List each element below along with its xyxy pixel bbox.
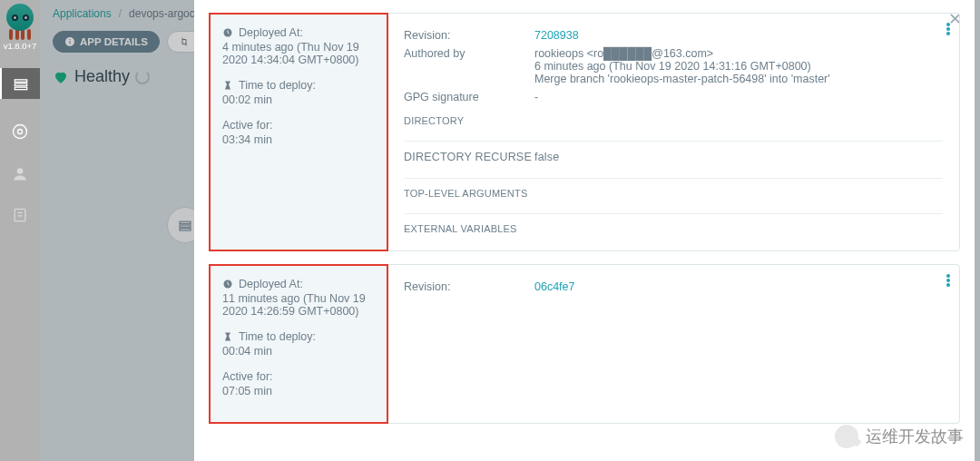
- deployed-at-label: Deployed At:: [239, 26, 303, 39]
- external-variables-section: EXTERNAL VARIABLES: [404, 213, 943, 243]
- svg-rect-2: [15, 87, 26, 90]
- nav-docs-icon[interactable]: [11, 206, 29, 224]
- nav-applications-icon[interactable]: [0, 68, 40, 99]
- time-to-deploy-label: Time to deploy:: [239, 330, 316, 343]
- dir-recurse-value: false: [534, 151, 559, 163]
- card-body: Revision: 06c4fe7: [387, 265, 959, 423]
- breadcrumb-root[interactable]: Applications: [53, 7, 112, 20]
- card-body: Revision: 7208938 Authored by rookieops …: [387, 14, 959, 250]
- svg-rect-1: [15, 83, 26, 86]
- health-label: Healthy: [74, 67, 130, 86]
- deployment-card: Deployed At: 4 minutes ago (Thu Nov 19 2…: [209, 13, 960, 251]
- time-to-deploy-label: Time to deploy:: [239, 79, 316, 92]
- author-line: rookieops <ro██████@163.com>: [534, 47, 830, 60]
- heart-icon: [53, 69, 69, 85]
- deployment-card: Deployed At: 11 minutes ago (Thu Nov 19 …: [209, 264, 960, 424]
- svg-rect-13: [180, 225, 191, 227]
- directory-recurse-section: DIRECTORY RECURSE false: [404, 141, 943, 172]
- svg-rect-10: [70, 41, 71, 44]
- svg-rect-12: [180, 221, 191, 223]
- card-sidebar: Deployed At: 4 minutes ago (Thu Nov 19 2…: [210, 14, 387, 250]
- active-for-value: 07:05 min: [222, 385, 374, 397]
- watermark: 运维开发故事: [835, 425, 964, 448]
- refresh-icon[interactable]: [135, 70, 150, 84]
- revision-link[interactable]: 7208938: [534, 29, 579, 42]
- svg-rect-0: [15, 80, 26, 83]
- svg-point-4: [14, 125, 27, 139]
- nav-settings-icon[interactable]: [11, 123, 29, 141]
- card-options-button[interactable]: [946, 23, 950, 35]
- time-to-deploy-value: 00:04 min: [222, 345, 374, 358]
- deployed-at-value: 11 minutes ago (Thu Nov 19 2020 14:26:59…: [222, 292, 374, 318]
- top-level-arguments-section: TOP-LEVEL ARGUMENTS: [404, 178, 943, 208]
- revision-link[interactable]: 06c4fe7: [534, 280, 574, 293]
- app-details-label: APP DETAILS: [80, 36, 148, 47]
- author-time-line: 6 minutes ago (Thu Nov 19 2020 14:31:16 …: [534, 60, 830, 73]
- commit-message-line: Merge branch 'rookieops-master-patch-564…: [534, 73, 830, 85]
- navbar-left: v1.8.0+7: [0, 0, 40, 461]
- authored-by-value: rookieops <ro██████@163.com> 6 minutes a…: [534, 47, 830, 85]
- svg-rect-14: [180, 229, 191, 230]
- directory-section: DIRECTORY: [404, 106, 943, 135]
- active-for-label: Active for:: [222, 119, 273, 132]
- active-for-value: 03:34 min: [222, 133, 374, 146]
- wechat-icon: [835, 425, 858, 448]
- card-sidebar: Deployed At: 11 minutes ago (Thu Nov 19 …: [210, 265, 387, 423]
- time-to-deploy-value: 00:02 min: [222, 93, 374, 106]
- svg-rect-11: [70, 39, 71, 40]
- argo-logo: [6, 4, 34, 31]
- nav-user-icon[interactable]: [11, 164, 29, 182]
- active-for-label: Active for:: [222, 370, 273, 383]
- gpg-value: -: [534, 91, 538, 103]
- watermark-text: 运维开发故事: [866, 426, 964, 447]
- app-details-button[interactable]: APP DETAILS: [53, 31, 160, 53]
- breadcrumb-sep: /: [119, 7, 122, 20]
- version-label: v1.8.0+7: [1, 40, 40, 52]
- svg-rect-6: [15, 209, 25, 221]
- dir-recurse-label: DIRECTORY RECURSE: [404, 151, 534, 163]
- revision-label: Revision:: [404, 29, 534, 42]
- deployed-at-value: 4 minutes ago (Thu Nov 19 2020 14:34:04 …: [222, 41, 374, 66]
- card-options-button[interactable]: [946, 274, 950, 287]
- revision-label: Revision:: [404, 280, 534, 293]
- svg-point-5: [17, 168, 24, 174]
- deployed-at-label: Deployed At:: [239, 278, 303, 290]
- gpg-label: GPG signature: [404, 91, 534, 103]
- svg-point-3: [18, 130, 23, 134]
- authored-by-label: Authored by: [404, 47, 534, 60]
- history-panel: ✕ Deployed At: 4 minutes ago (Thu Nov 19…: [194, 0, 975, 461]
